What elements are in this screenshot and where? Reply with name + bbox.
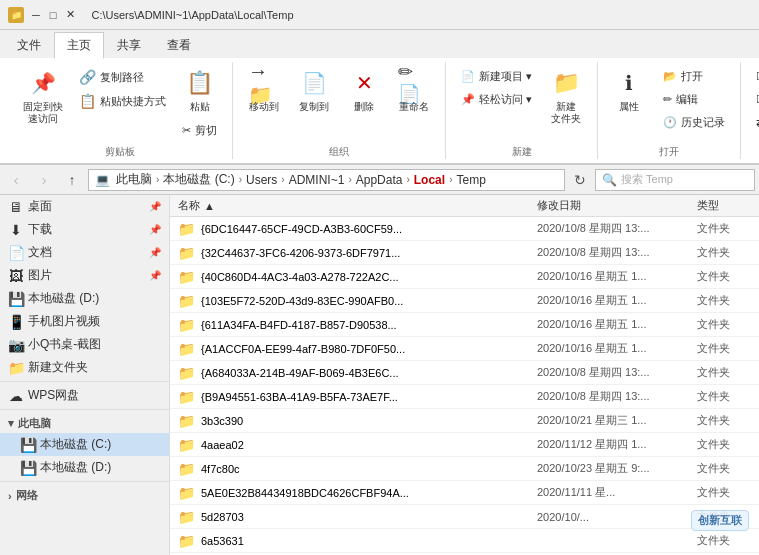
path-local[interactable]: Local	[412, 172, 447, 188]
close-btn[interactable]: ✕	[62, 6, 79, 23]
search-box[interactable]: 🔍 搜索 Temp	[595, 169, 755, 191]
network-expand-icon[interactable]: ›	[8, 490, 12, 502]
path-c[interactable]: 本地磁盘 (C:)	[161, 170, 236, 189]
sidebar-divider1	[0, 381, 169, 382]
tab-home[interactable]: 主页	[54, 32, 104, 59]
maximize-btn[interactable]: □	[46, 7, 61, 23]
copy-path-button[interactable]: 🔗 复制路径	[72, 66, 173, 88]
back-button[interactable]: ‹	[4, 168, 28, 192]
select-buttons: ☑ 全部选择 ☐ 全部取消 ⇄ 反向选择	[749, 62, 759, 141]
title-bar: 📁 ─ □ ✕ C:\Users\ADMINI~1\AppData\Local\…	[0, 0, 759, 30]
col-header-type[interactable]: 类型	[689, 198, 759, 213]
sidebar-item-wps[interactable]: ☁ WPS网盘	[0, 384, 169, 407]
delete-button[interactable]: ✕ 删除	[341, 62, 387, 118]
file-row[interactable]: 📁{A1ACCF0A-EE99-4af7-B980-7DF0F50... 202…	[170, 337, 759, 361]
sidebar-label-desktop: 桌面	[28, 198, 52, 215]
path-pc[interactable]: 此电脑	[114, 170, 154, 189]
desktop-icon: 🖥	[8, 199, 24, 215]
sidebar-item-local-d[interactable]: 💾 本地磁盘 (D:)	[0, 287, 169, 310]
col-header-date[interactable]: 修改日期	[529, 198, 689, 213]
minimize-btn[interactable]: ─	[28, 7, 44, 23]
pin-indicator3: 📌	[149, 247, 161, 258]
tab-file[interactable]: 文件	[4, 32, 54, 58]
folder-file-icon: 📁	[178, 389, 195, 405]
ribbon-group-new: 📄 新建项目 ▾ 📌 轻松访问 ▾ 📁 新建文件夹 新建	[446, 62, 598, 159]
file-row[interactable]: 📁6a53631 文件夹	[170, 529, 759, 553]
title-path: C:\Users\ADMINI~1\AppData\Local\Temp	[91, 9, 293, 21]
paste-button[interactable]: 📋 粘贴	[177, 62, 223, 118]
edit-button[interactable]: ✏ 编辑	[656, 89, 732, 110]
pin-indicator: 📌	[149, 201, 161, 212]
path-users[interactable]: Users	[244, 172, 279, 188]
easy-access-button[interactable]: 📌 轻松访问 ▾	[454, 89, 539, 110]
file-row[interactable]: 📁{611A34FA-B4FD-4187-B857-D90538... 2020…	[170, 313, 759, 337]
sidebar-item-phone[interactable]: 📱 手机图片视频	[0, 310, 169, 333]
file-row[interactable]: 📁{103E5F72-520D-43d9-83EC-990AFB0... 202…	[170, 289, 759, 313]
file-row[interactable]: 📁{40C860D4-4AC3-4a03-A278-722A2C... 2020…	[170, 265, 759, 289]
file-row[interactable]: 📁{A684033A-214B-49AF-B069-4B3E6C... 2020…	[170, 361, 759, 385]
sidebar-item-downloads[interactable]: ⬇ 下载 📌	[0, 218, 169, 241]
ribbon-group-select: ☑ 全部选择 ☐ 全部取消 ⇄ 反向选择 选择	[741, 62, 759, 159]
edit-icon: ✏	[663, 93, 672, 106]
sidebar-item-local-c[interactable]: 💾 本地磁盘 (C:)	[0, 433, 169, 456]
file-row[interactable]: 📁4aaea02 2020/11/12 星期四 1... 文件夹	[170, 433, 759, 457]
path-temp[interactable]: Temp	[454, 172, 487, 188]
properties-button[interactable]: ℹ 属性	[606, 62, 652, 118]
address-path[interactable]: 💻 此电脑 › 本地磁盘 (C:) › Users › ADMINI~1 › A…	[88, 169, 565, 191]
sidebar-label-local-c: 本地磁盘 (C:)	[40, 436, 111, 453]
file-row[interactable]: 📁3b3c390 2020/10/21 星期三 1... 文件夹	[170, 409, 759, 433]
copy-to-button[interactable]: 📄 复制到	[291, 62, 337, 118]
file-list[interactable]: 名称 ▲ 修改日期 类型 📁{6DC16447-65CF-49CD-A3B3-6…	[170, 195, 759, 555]
ribbon-group-clipboard: 📌 固定到快速访问 🔗 复制路径 📋 粘贴快捷方式	[8, 62, 233, 159]
xq-icon: 📷	[8, 337, 24, 353]
new-item-button[interactable]: 📄 新建项目 ▾	[454, 66, 539, 87]
sidebar-item-pictures[interactable]: 🖼 图片 📌	[0, 264, 169, 287]
sidebar-item-new-folder[interactable]: 📁 新建文件夹	[0, 356, 169, 379]
sidebar-item-documents[interactable]: 📄 文档 📌	[0, 241, 169, 264]
rename-button[interactable]: ✏📄 重命名	[391, 62, 437, 118]
file-row[interactable]: 📁5d28703 2020/10/... 文件夹	[170, 505, 759, 529]
paste-icon: 📋	[184, 67, 216, 99]
cut-button[interactable]: ✂ 剪切	[175, 120, 224, 141]
thispc-expand-icon[interactable]: ▾	[8, 417, 14, 430]
invert-select-button[interactable]: ⇄ 反向选择	[749, 112, 759, 133]
cut-icon: ✂	[182, 124, 191, 137]
sidebar-item-xq[interactable]: 📷 小Q书桌-截图	[0, 333, 169, 356]
sidebar-label-wps: WPS网盘	[28, 387, 79, 404]
organize-buttons: →📁 移动到 📄 复制到 ✕ 删除 ✏📄 重命名	[241, 62, 437, 141]
search-icon: 🔍	[602, 173, 617, 187]
forward-button[interactable]: ›	[32, 168, 56, 192]
file-row[interactable]: 📁{6DC16447-65CF-49CD-A3B3-60CF59... 2020…	[170, 217, 759, 241]
search-placeholder: 搜索 Temp	[621, 172, 673, 187]
folder-file-icon: 📁	[178, 485, 195, 501]
open-button[interactable]: 📂 打开	[656, 66, 732, 87]
history-button[interactable]: 🕐 历史记录	[656, 112, 732, 133]
sidebar-label-new-folder: 新建文件夹	[28, 359, 88, 376]
select-all-button[interactable]: ☑ 全部选择	[749, 66, 759, 87]
tab-view[interactable]: 查看	[154, 32, 204, 58]
sidebar-label-phone: 手机图片视频	[28, 313, 100, 330]
col-header-name[interactable]: 名称 ▲	[170, 198, 529, 213]
folder-file-icon: 📁	[178, 245, 195, 261]
folder-file-icon: 📁	[178, 317, 195, 333]
move-to-button[interactable]: →📁 移动到	[241, 62, 287, 118]
up-button[interactable]: ↑	[60, 168, 84, 192]
select-none-button[interactable]: ☐ 全部取消	[749, 89, 759, 110]
ribbon-group-organize: →📁 移动到 📄 复制到 ✕ 删除 ✏📄 重命名 组织	[233, 62, 446, 159]
file-row[interactable]: 📁5AE0E32B84434918BDC4626CFBF94A... 2020/…	[170, 481, 759, 505]
new-buttons: 📄 新建项目 ▾ 📌 轻松访问 ▾ 📁 新建文件夹	[454, 62, 589, 141]
file-row[interactable]: 📁{B9A94551-63BA-41A9-B5FA-73AE7F... 2020…	[170, 385, 759, 409]
copy-to-icon: 📄	[298, 67, 330, 99]
refresh-button[interactable]: ↻	[569, 169, 591, 191]
path-admin[interactable]: ADMINI~1	[287, 172, 347, 188]
file-row[interactable]: 📁{32C44637-3FC6-4206-9373-6DF7971... 202…	[170, 241, 759, 265]
new-folder-button[interactable]: 📁 新建文件夹	[543, 62, 589, 130]
paste-shortcut-button[interactable]: 📋 粘贴快捷方式	[72, 90, 173, 112]
file-row[interactable]: 📁4f7c80c 2020/10/23 星期五 9:... 文件夹	[170, 457, 759, 481]
sidebar-item-desktop[interactable]: 🖥 桌面 📌	[0, 195, 169, 218]
pin-button[interactable]: 📌 固定到快速访问	[16, 62, 70, 130]
path-appdata[interactable]: AppData	[354, 172, 405, 188]
sidebar-item-local-d2[interactable]: 💾 本地磁盘 (D:)	[0, 456, 169, 479]
tab-share[interactable]: 共享	[104, 32, 154, 58]
file-name-cell: 📁{B9A94551-63BA-41A9-B5FA-73AE7F...	[170, 389, 529, 405]
